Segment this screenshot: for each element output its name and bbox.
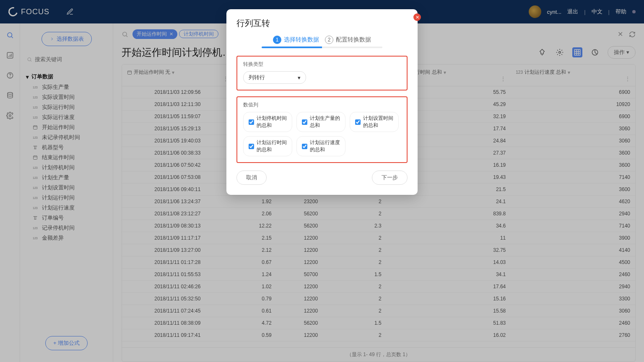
next-button[interactable]: 下一步 bbox=[372, 171, 408, 185]
checkbox-input[interactable] bbox=[355, 119, 361, 125]
step-1[interactable]: 1 选择转换数据 bbox=[273, 36, 319, 44]
checkbox-input[interactable] bbox=[249, 119, 254, 125]
checkbox-input[interactable] bbox=[249, 144, 254, 149]
value-col-checkbox[interactable]: 计划设置时间的总和 bbox=[350, 112, 399, 132]
modal-overlay[interactable]: ✕ 行列互转 1 选择转换数据 2 配置转换数据 转换类型 列转行 ▾ bbox=[0, 0, 644, 362]
checkbox-label: 计划生产量的总和 bbox=[310, 115, 340, 129]
modal-title: 行列互转 bbox=[236, 18, 408, 29]
value-col-checkbox[interactable]: 计划运行时间的总和 bbox=[243, 136, 292, 156]
checkbox-label: 计划停机时间的总和 bbox=[257, 115, 287, 129]
value-col-checkbox[interactable]: 计划停机时间的总和 bbox=[243, 112, 292, 132]
step-label: 配置转换数据 bbox=[336, 36, 371, 44]
cancel-button[interactable]: 取消 bbox=[236, 171, 267, 185]
checkbox-input[interactable] bbox=[302, 119, 307, 125]
checkbox-label: 计划设置时间的总和 bbox=[363, 115, 393, 129]
wizard-steps: 1 选择转换数据 2 配置转换数据 bbox=[236, 36, 408, 44]
checkbox-label: 计划运行时间的总和 bbox=[257, 139, 287, 153]
highlight-convert-type: 转换类型 列转行 ▾ bbox=[236, 56, 408, 90]
section-label: 转换类型 bbox=[243, 61, 401, 68]
step-number-icon: 2 bbox=[325, 36, 333, 44]
transpose-modal: ✕ 行列互转 1 选择转换数据 2 配置转换数据 转换类型 列转行 ▾ bbox=[226, 9, 418, 195]
chevron-down-icon: ▾ bbox=[298, 75, 301, 81]
value-col-checkbox[interactable]: 计划运行速度的总和 bbox=[296, 136, 345, 156]
step-number-icon: 1 bbox=[273, 36, 281, 44]
convert-type-select[interactable]: 列转行 ▾ bbox=[243, 71, 306, 84]
step-label: 选择转换数据 bbox=[284, 36, 319, 44]
checkbox-input[interactable] bbox=[302, 144, 307, 149]
step-2[interactable]: 2 配置转换数据 bbox=[325, 36, 371, 44]
value-col-checkbox[interactable]: 计划生产量的总和 bbox=[296, 112, 345, 132]
select-value: 列转行 bbox=[249, 74, 265, 81]
checkbox-label: 计划运行速度的总和 bbox=[310, 139, 340, 153]
section-label: 数值列 bbox=[243, 101, 401, 109]
highlight-value-cols: 数值列 计划停机时间的总和计划生产量的总和计划设置时间的总和计划运行时间的总和计… bbox=[236, 96, 408, 163]
progress-bar bbox=[262, 47, 382, 48]
close-icon[interactable]: ✕ bbox=[413, 13, 421, 21]
